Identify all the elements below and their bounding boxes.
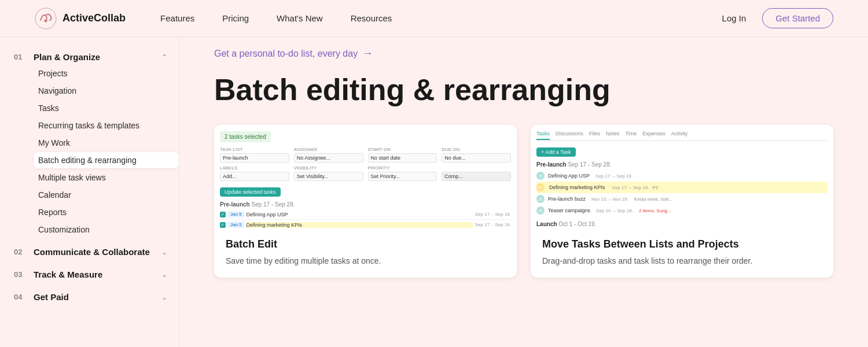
- sidebar: 01 Plan & Organize ⌃ Projects Navigation…: [0, 37, 179, 347]
- sidebar-section-paid: 04 Get Paid ⌄: [14, 289, 179, 305]
- cards-row: 2 tasks selected TASK LIST Pre-launch AS…: [214, 125, 833, 278]
- section-title-track: Track & Measure: [34, 270, 155, 279]
- logo-text: ActiveCollab: [62, 12, 126, 24]
- sidebar-section-track: 03 Track & Measure ⌄: [14, 266, 179, 283]
- svg-point-1: [45, 19, 47, 22]
- sidebar-item-projects[interactable]: Projects: [34, 65, 179, 82]
- sidebar-section-collaborate: 02 Communicate & Collaborate ⌄: [14, 243, 179, 260]
- logo-icon: [35, 8, 57, 29]
- sidebar-item-customization[interactable]: Customization: [34, 222, 179, 238]
- chevron-down-icon-02: ⌄: [161, 248, 167, 256]
- nav-features[interactable]: Features: [160, 13, 194, 23]
- sidebar-section-header-collaborate[interactable]: 02 Communicate & Collaborate ⌄: [14, 243, 179, 260]
- sidebar-section-plan: 01 Plan & Organize ⌃ Projects Navigation…: [14, 49, 179, 238]
- promo-banner[interactable]: Get a personal to-do list, every day →: [214, 47, 833, 60]
- batch-edit-image: 2 tasks selected TASK LIST Pre-launch AS…: [214, 125, 517, 229]
- chevron-down-icon-04: ⌄: [161, 293, 167, 301]
- sidebar-section-header-paid[interactable]: 04 Get Paid ⌄: [14, 289, 179, 305]
- section-num-02: 02: [14, 248, 27, 256]
- header: ActiveCollab Features Pricing What's New…: [0, 0, 868, 37]
- chevron-up-icon: ⌃: [161, 53, 167, 61]
- section-num-01: 01: [14, 53, 27, 61]
- sidebar-section-header-track[interactable]: 03 Track & Measure ⌄: [14, 266, 179, 283]
- batch-edit-card-title: Batch Edit: [226, 238, 505, 250]
- sidebar-item-multiple-task-views[interactable]: Multiple task views: [34, 169, 179, 186]
- move-tasks-image: Tasks Discussions Files Notes Time Expen…: [531, 125, 833, 229]
- section-title-plan: Plan & Organize: [34, 52, 155, 62]
- main-nav: Features Pricing What's New Resources: [160, 13, 722, 23]
- batch-edit-card-desc: Save time by editing multiple tasks at o…: [226, 255, 505, 267]
- sidebar-item-calendar[interactable]: Calendar: [34, 187, 179, 203]
- sidebar-sub-items-plan: Projects Navigation Tasks Recurring task…: [14, 65, 179, 238]
- get-started-button[interactable]: Get Started: [762, 8, 833, 28]
- main-layout: 01 Plan & Organize ⌃ Projects Navigation…: [0, 37, 868, 347]
- promo-text: Get a personal to-do list, every day: [214, 49, 358, 59]
- move-tasks-card-title: Move Tasks Between Lists and Projects: [542, 238, 822, 250]
- nav-pricing[interactable]: Pricing: [222, 13, 249, 23]
- move-tasks-mock-ui: Tasks Discussions Files Notes Time Expen…: [531, 125, 833, 229]
- login-button[interactable]: Log In: [722, 13, 746, 23]
- chevron-down-icon-03: ⌄: [161, 271, 167, 279]
- logo-area[interactable]: ActiveCollab: [35, 8, 126, 29]
- sidebar-item-reports[interactable]: Reports: [34, 204, 179, 220]
- sidebar-item-my-work[interactable]: My Work: [34, 135, 179, 151]
- header-right: Log In Get Started: [722, 8, 833, 28]
- content-area: Get a personal to-do list, every day → B…: [179, 37, 868, 347]
- sidebar-item-batch-editing[interactable]: Batch editing & rearranging: [34, 152, 179, 168]
- batch-edit-mock-ui: 2 tasks selected TASK LIST Pre-launch AS…: [214, 125, 517, 229]
- move-tasks-card-desc: Drag-and-drop tasks and task lists to re…: [542, 255, 822, 267]
- nav-whats-new[interactable]: What's New: [277, 13, 323, 23]
- mock-selected-label: 2 tasks selected: [220, 131, 271, 142]
- move-tasks-card-body: Move Tasks Between Lists and Projects Dr…: [531, 229, 833, 278]
- nav-resources[interactable]: Resources: [351, 13, 392, 23]
- section-num-03: 03: [14, 270, 27, 279]
- sidebar-section-header-plan[interactable]: 01 Plan & Organize ⌃: [14, 49, 179, 65]
- page-title: Batch editing & rearranging: [214, 73, 833, 106]
- section-title-paid: Get Paid: [34, 292, 155, 302]
- sidebar-item-tasks[interactable]: Tasks: [34, 100, 179, 116]
- move-tasks-card: Tasks Discussions Files Notes Time Expen…: [531, 125, 833, 278]
- section-title-collaborate: Communicate & Collaborate: [34, 247, 155, 257]
- sidebar-item-recurring[interactable]: Recurring tasks & templates: [34, 117, 179, 134]
- sidebar-item-navigation[interactable]: Navigation: [34, 83, 179, 99]
- promo-arrow-icon: →: [362, 47, 373, 60]
- batch-edit-card-body: Batch Edit Save time by editing multiple…: [214, 229, 517, 278]
- batch-edit-card: 2 tasks selected TASK LIST Pre-launch AS…: [214, 125, 517, 278]
- svg-point-0: [35, 8, 56, 29]
- section-num-04: 04: [14, 293, 27, 301]
